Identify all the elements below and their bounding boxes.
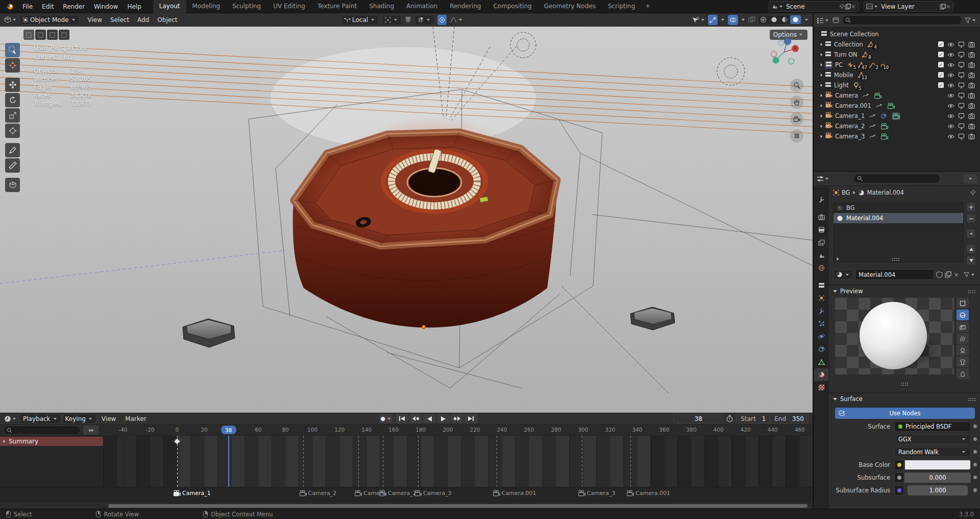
workspace-tab-scripting[interactable]: Scripting xyxy=(602,0,641,13)
pivot-point-dropdown[interactable] xyxy=(382,15,402,25)
tool-move-button[interactable] xyxy=(5,78,20,92)
editor-type-icon[interactable] xyxy=(817,17,830,23)
breadcrumb-object[interactable]: BG xyxy=(842,189,850,196)
use-nodes-button[interactable]: Use Nodes xyxy=(835,408,975,419)
object-visibility-dropdown[interactable] xyxy=(692,16,706,23)
marker-camera-2[interactable]: Camera_2 xyxy=(379,490,416,497)
animate-dot[interactable] xyxy=(973,450,977,454)
start-frame-field[interactable]: Start 1 xyxy=(737,414,770,423)
properties-search-input[interactable] xyxy=(853,174,940,183)
xray-toggle[interactable] xyxy=(748,16,755,23)
preview-fluid-button[interactable] xyxy=(957,368,969,379)
3d-scene-canvas[interactable] xyxy=(0,27,813,413)
expand-icon[interactable] xyxy=(818,93,825,98)
disable-render-icon[interactable] xyxy=(968,62,975,68)
marker-camera-3[interactable]: Camera_3 xyxy=(414,490,452,497)
hide-eye-icon[interactable] xyxy=(947,92,954,99)
outliner-row-camera-3[interactable]: Camera_3 xyxy=(814,131,980,141)
disable-viewport-icon[interactable] xyxy=(958,123,965,129)
zoom-button[interactable] xyxy=(790,79,803,92)
surface-panel-header[interactable]: Surface xyxy=(829,393,980,405)
marker-camera-3[interactable]: Camera_3 xyxy=(578,490,616,497)
expand-channels-button[interactable]: ↔ xyxy=(83,426,99,435)
remove-slot-button[interactable]: − xyxy=(966,214,976,223)
value-socket-button[interactable] xyxy=(894,473,904,483)
mode-dropdown[interactable]: Object Mode xyxy=(19,15,80,25)
pin-icon[interactable] xyxy=(839,4,845,9)
select-mode-subtract-button[interactable] xyxy=(47,30,58,40)
expand-icon[interactable] xyxy=(818,134,825,138)
base-color-swatch[interactable] xyxy=(904,460,971,470)
hide-eye-icon[interactable] xyxy=(947,133,954,139)
perspective-toggle-button[interactable] xyxy=(790,129,803,143)
marker-camera-1[interactable]: Camera_1 xyxy=(173,490,211,497)
workspace-tab-sculpting[interactable]: Sculpting xyxy=(226,0,267,13)
enum-dropdown[interactable]: GGX xyxy=(894,434,971,444)
tool-add-cube-button[interactable] xyxy=(5,178,20,192)
preview-hair-button[interactable] xyxy=(957,333,969,344)
exclude-checkbox[interactable]: ✓ xyxy=(938,82,944,88)
camera-view-button[interactable] xyxy=(790,112,803,126)
marker-camera-001[interactable]: Camera.001 xyxy=(626,490,670,497)
previous-keyframe-button[interactable] xyxy=(409,414,422,423)
workspace-tab-rendering[interactable]: Rendering xyxy=(444,0,487,13)
workspace-tab-shading[interactable]: Shading xyxy=(363,0,400,13)
jump-to-start-button[interactable] xyxy=(396,414,408,423)
animate-dot[interactable] xyxy=(973,424,977,428)
exclude-checkbox[interactable]: ✓ xyxy=(938,52,944,57)
auto-keying-button[interactable]: ● xyxy=(380,414,393,423)
outliner-row-collection[interactable]: Collection4✓ xyxy=(814,39,980,50)
disable-render-icon[interactable] xyxy=(968,103,975,109)
show-overlays-toggle[interactable] xyxy=(728,15,738,25)
value-field[interactable]: 0.000 xyxy=(904,473,971,483)
disable-viewport-icon[interactable] xyxy=(958,52,965,58)
shading-rendered-button[interactable] xyxy=(790,15,801,24)
disable-viewport-icon[interactable] xyxy=(958,62,965,68)
material-slot-bg[interactable]: BG xyxy=(834,203,963,213)
hide-eye-icon[interactable] xyxy=(947,82,954,88)
hide-eye-icon[interactable] xyxy=(947,113,954,119)
timeline-menu-playback[interactable]: Playback xyxy=(20,414,61,424)
workspace-tab-texture-paint[interactable]: Texture Paint xyxy=(311,0,363,13)
outliner-search-input[interactable] xyxy=(842,15,962,25)
editor-type-icon[interactable] xyxy=(4,415,17,422)
select-mode-extend-button[interactable] xyxy=(35,30,46,40)
select-mode-set-button[interactable] xyxy=(23,30,34,40)
menu-help[interactable]: Help xyxy=(122,1,145,12)
animate-dot[interactable] xyxy=(973,488,977,492)
snap-magnet-icon[interactable] xyxy=(405,16,411,23)
properties-tab-data[interactable] xyxy=(814,356,828,368)
outliner-row-camera[interactable]: Camera xyxy=(814,90,980,101)
filter-icon[interactable] xyxy=(965,17,977,23)
next-keyframe-button[interactable] xyxy=(451,414,463,423)
slot-specials-dropdown[interactable] xyxy=(966,229,976,239)
tool-cursor-button[interactable] xyxy=(5,58,20,73)
properties-tab-view-layer[interactable] xyxy=(814,236,828,249)
disable-viewport-icon[interactable] xyxy=(958,92,965,99)
properties-tab-texture[interactable] xyxy=(814,381,828,394)
power-button-model[interactable] xyxy=(293,132,557,327)
properties-options-dropdown[interactable] xyxy=(964,174,977,183)
editor-type-icon[interactable] xyxy=(817,176,830,182)
hide-eye-icon[interactable] xyxy=(947,72,954,78)
preview-cube-button[interactable] xyxy=(957,321,969,332)
disable-render-icon[interactable] xyxy=(968,113,975,119)
navigation-gizmo[interactable]: X xyxy=(768,37,800,71)
disable-viewport-icon[interactable] xyxy=(958,133,965,139)
resize-grip[interactable] xyxy=(892,257,900,261)
outliner-row-turn-on[interactable]: Turn ON8✓ xyxy=(814,50,980,60)
viewport-menu-object[interactable]: Object xyxy=(153,14,181,26)
move-slot-down-button[interactable] xyxy=(966,255,976,265)
workspace-tab-layout[interactable]: Layout xyxy=(153,0,186,13)
proportional-editing-toggle[interactable] xyxy=(437,15,447,25)
browse-material-dropdown[interactable] xyxy=(833,269,853,280)
display-mode-icon[interactable] xyxy=(832,17,839,23)
outliner-row-scene-collection[interactable]: Scene Collection xyxy=(814,29,980,39)
properties-tab-particles[interactable] xyxy=(814,317,828,330)
fake-user-shield-icon[interactable] xyxy=(936,271,943,278)
exclude-checkbox[interactable]: ✓ xyxy=(938,62,944,67)
material-slot-material-004[interactable]: Material.004 xyxy=(834,213,963,223)
resize-grip[interactable] xyxy=(900,382,909,386)
preview-cloth-button[interactable] xyxy=(957,357,969,367)
expand-icon[interactable] xyxy=(818,42,825,46)
